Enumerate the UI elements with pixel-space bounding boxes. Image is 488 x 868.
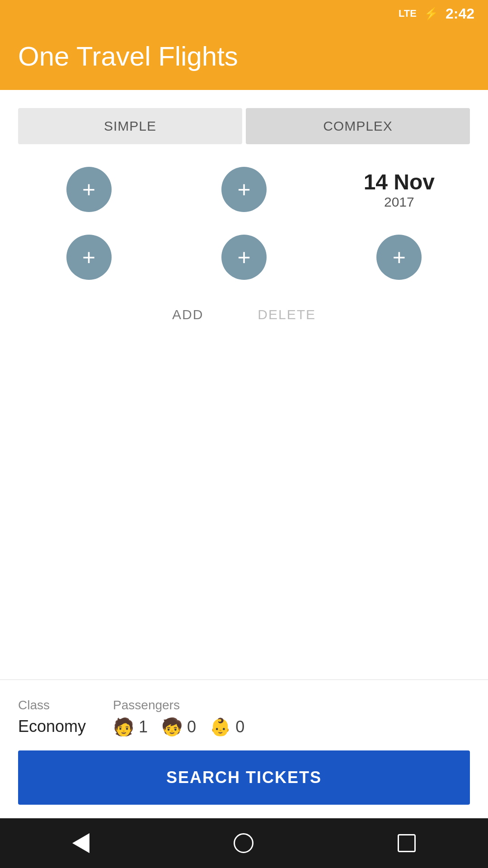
back-icon (72, 833, 89, 853)
nav-bar (0, 818, 488, 868)
add-origin-button[interactable]: + (66, 167, 112, 212)
add-field-1-button[interactable]: + (66, 235, 112, 280)
app-title: One Travel Flights (18, 41, 470, 72)
add-field-2-button[interactable]: + (221, 235, 267, 280)
recent-icon (398, 834, 416, 852)
class-label: Class (18, 698, 86, 712)
class-section[interactable]: Class Economy (18, 698, 86, 736)
tab-container: SIMPLE COMPLEX (18, 108, 470, 144)
child-number: 0 (187, 717, 196, 736)
status-bar: LTE ⚡ 2:42 (0, 0, 488, 27)
class-value: Economy (18, 717, 86, 736)
passengers-label: Passengers (113, 698, 244, 712)
search-tickets-button[interactable]: SEARCH TICKETS (18, 750, 470, 805)
home-nav-button[interactable] (234, 833, 253, 853)
tab-simple[interactable]: SIMPLE (18, 108, 242, 144)
date-year: 2017 (384, 194, 414, 210)
add-field-3-button[interactable]: + (376, 235, 422, 280)
home-icon (234, 833, 253, 853)
add-button[interactable]: ADD (159, 302, 217, 327)
adult-count: 🧑 1 (113, 717, 148, 737)
child-count: 🧒 0 (161, 717, 196, 737)
back-nav-button[interactable] (72, 833, 89, 853)
passenger-counts: 🧑 1 🧒 0 👶 0 (113, 717, 244, 737)
delete-button[interactable]: DELETE (244, 302, 329, 327)
tab-complex[interactable]: COMPLEX (246, 108, 470, 144)
flight-row-1: + + 14 Nov 2017 (18, 167, 470, 212)
child-icon: 🧒 (161, 717, 183, 737)
action-buttons: ADD DELETE (18, 302, 470, 327)
adult-number: 1 (139, 717, 148, 736)
infant-number: 0 (235, 717, 244, 736)
main-content: SIMPLE COMPLEX + + 14 Nov 2017 + + + ADD… (0, 90, 488, 818)
app-header: One Travel Flights (0, 27, 488, 90)
adult-icon: 🧑 (113, 717, 134, 737)
date-day-month: 14 Nov (364, 170, 435, 194)
battery-icon: ⚡ (424, 7, 438, 21)
add-destination-button[interactable]: + (221, 167, 267, 212)
passengers-section[interactable]: Passengers 🧑 1 🧒 0 👶 0 (113, 698, 244, 737)
infant-count: 👶 0 (210, 717, 244, 737)
recent-nav-button[interactable] (398, 834, 416, 852)
signal-icon: LTE (399, 8, 417, 19)
infant-icon: 👶 (210, 717, 231, 737)
flight-row-2: + + + (18, 235, 470, 280)
date-display[interactable]: 14 Nov 2017 (328, 167, 470, 212)
bottom-info: Class Economy Passengers 🧑 1 🧒 0 👶 0 (18, 680, 470, 750)
clock: 2:42 (446, 5, 474, 22)
